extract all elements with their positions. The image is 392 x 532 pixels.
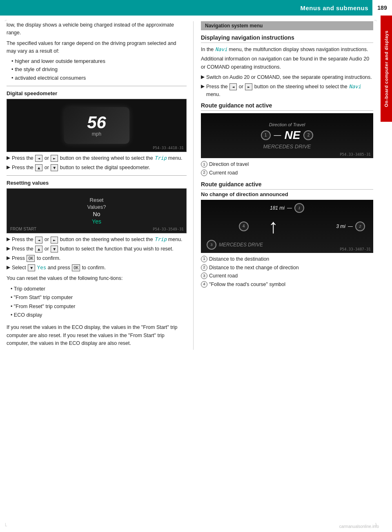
reset-inst-text-3: Press OK to confirm. — [12, 255, 187, 262]
route-right-dist: 3 mi — 2 — [336, 221, 365, 231]
route-dash-top: — — [287, 205, 292, 211]
route-active-inner: 181 mi — 1 ↑ 4 3 mi — 2 3 MERCEDES DRI — [201, 200, 373, 253]
route-callout-num-2: 2 — [201, 264, 207, 271]
header-bar: Menus and submenus — [0, 0, 372, 16]
route-callout-3: 3 Current road — [201, 272, 373, 280]
callout-num-1: 1 — [201, 161, 207, 168]
route-callout-list: 1 Distance to the destination 2 Distance… — [201, 255, 373, 288]
direction-callout-list: 1 Direction of travel 2 Current road — [201, 161, 373, 177]
route-active-screen: 181 mi — 1 ↑ 4 3 mi — 2 3 MERCEDES DRI — [201, 200, 373, 253]
nav-inst-text-2: Press the ◄ or ► button on the steer­ing… — [206, 83, 373, 98]
btn-right-r1[interactable]: ► — [51, 237, 58, 244]
btn-ok-r3[interactable]: OK — [27, 255, 35, 262]
bullet-list: higher and lower outside temperatures th… — [11, 57, 187, 83]
route-circle-1: 1 — [294, 203, 304, 213]
route-callout-num-1: 1 — [201, 256, 207, 262]
callout-1: 1 Direction of travel — [201, 161, 373, 168]
nav-screen-title: Direction of Travel — [269, 122, 305, 127]
route-road-text: MERCEDES DRIVE — [219, 242, 263, 248]
reset-inst-text-2: Press the ▲ or ▼ button to select the fu… — [12, 245, 187, 253]
func-item-2: "From Start" trip computer — [11, 293, 187, 302]
callout-2: 2 Current road — [201, 169, 373, 177]
btn-ok-r4[interactable]: OK — [72, 264, 80, 271]
side-tab-label: On-board computer and displays — [384, 30, 389, 107]
reset-instruction-3: ▶ Press OK to confirm. — [7, 255, 187, 262]
nav-instruction-1: ▶ Switch on Audio 20 or COMAND, see the … — [201, 74, 373, 81]
btn-right-1[interactable]: ► — [51, 155, 58, 162]
reset-line-4: Yes — [92, 218, 101, 225]
arrow-1: ▶ — [7, 155, 10, 161]
reset-instruction-2: ▶ Press the ▲ or ▼ button to select the … — [7, 245, 187, 253]
reset-line-2: Values? — [87, 204, 106, 210]
direction-of-travel-screen: Direction of Travel 1 — NE 2 MERCEDES DR… — [201, 113, 373, 158]
corner-bottom-left: L — [5, 523, 7, 527]
callout-text-1: Direction of travel — [209, 161, 249, 168]
speedo-instruction-2: ▶ Press the ▲ or ▼ button to select the … — [7, 164, 187, 172]
speedo-display: 56 mph — [64, 107, 129, 144]
speedometer-screen: 56 mph P54-33-4418-31 — [7, 99, 187, 152]
no-change-subheading: No change of direction announced — [201, 191, 373, 197]
route-callout-4: 4 "Follow the road's course" symbol — [201, 281, 373, 288]
route-active-heading: Route guidance active — [201, 181, 373, 190]
bullet-item-1: higher and lower outside temperatures — [11, 57, 187, 66]
corner-top-left: ⌐ — [5, 18, 7, 22]
route-callout-num-3: 3 — [201, 273, 207, 279]
btn-up-1[interactable]: ▲ — [35, 164, 42, 171]
nav-circle-1: 1 — [261, 130, 271, 140]
route-top-dist: 181 mi — 1 — [270, 203, 304, 213]
footer-watermark: carmanualsonline.info — [339, 524, 379, 529]
reset-screen-inner: Reset Values? No Yes FROM START P54-33-3… — [7, 189, 186, 233]
btn-left-1[interactable]: ◄ — [35, 155, 42, 162]
navi-label-2: Navi — [349, 83, 361, 89]
arrow-r3: ▶ — [7, 255, 10, 261]
route-circle-2: 2 — [355, 221, 365, 231]
btn-down-r2[interactable]: ▼ — [51, 246, 58, 253]
yes-label: Yes — [37, 264, 47, 270]
reset-label: FROM START — [10, 227, 36, 231]
page-number-box: 189 — [372, 0, 392, 16]
func-item-1: Trip odometer — [11, 285, 187, 293]
bullet-item-2: the style of driving — [11, 65, 187, 74]
resetting-values-heading: Resetting values — [7, 180, 187, 186]
reset-inst-text-1: Press the ◄ or ► button on the steer­ing… — [12, 236, 187, 244]
digital-speedometer-heading: Digital speedometer — [7, 90, 187, 96]
intro-text-2: The specified values for range depend on… — [7, 40, 187, 56]
btn-up-r2[interactable]: ▲ — [35, 246, 42, 253]
func-item-3: "From Reset" trip computer — [11, 302, 187, 311]
route-callout-2: 2 Distance to the next change of directi… — [201, 264, 373, 272]
btn-right-n[interactable]: ► — [245, 83, 252, 90]
eco-reset-text: If you reset the values in the ECO displ… — [7, 324, 187, 347]
nav-screen-ref-1: P54.33-3485-31 — [340, 152, 371, 156]
reset-screen-ref: P54-33-3549-31 — [153, 227, 184, 231]
arrow-r4: ▶ — [7, 264, 10, 270]
reset-info: You can reset the values of the followin… — [7, 275, 187, 282]
btn-down-r4[interactable]: ▼ — [28, 264, 35, 271]
arrow-n2: ▶ — [201, 83, 205, 89]
route-circle-4: 4 — [239, 221, 249, 231]
func-list: Trip odometer "From Start" trip computer… — [11, 285, 187, 320]
intro-text-1: low, the display shows a vehicle being c… — [7, 21, 187, 37]
arrow-n1: ▶ — [201, 74, 205, 80]
nav-body-1: In the Navi menu, the multifunction disp… — [201, 45, 373, 54]
section-title-displaying-nav: Displaying navigation instructions — [201, 34, 373, 43]
btn-down-1[interactable]: ▼ — [51, 164, 58, 171]
route-screen-ref: P54.33-3487-31 — [340, 247, 371, 251]
speedo-inst-text-1: Press the ◄ or ► button on the steer­ing… — [12, 154, 187, 162]
corner-bottom-right: J — [374, 523, 376, 527]
bullet-item-3: activated electrical consumers — [11, 74, 187, 83]
route-callout-text-3: Current road — [209, 272, 238, 280]
reset-inst-text-4: Select ▼ Yes and press OK to con­firm. — [12, 264, 187, 272]
nav-screen-inner: Direction of Travel 1 — NE 2 MERCEDES DR… — [201, 113, 373, 158]
navi-label: Navi — [215, 46, 227, 52]
trip-label-r1: Trip — [154, 236, 167, 242]
speedo-unit: mph — [92, 131, 101, 137]
route-callout-text-2: Distance to the next change of direction — [209, 264, 299, 272]
route-callout-text-1: Distance to the destination — [209, 255, 269, 263]
btn-left-n[interactable]: ◄ — [229, 83, 237, 90]
route-up-arrow: ↑ — [268, 217, 278, 236]
btn-left-r1[interactable]: ◄ — [35, 237, 42, 244]
reset-screen: Reset Values? No Yes FROM START P54-33-3… — [7, 188, 187, 233]
reset-line-1: Reset — [90, 197, 104, 203]
route-callout-text-4: "Follow the road's course" symbol — [209, 281, 285, 288]
func-item-4: ECO display — [11, 311, 187, 320]
